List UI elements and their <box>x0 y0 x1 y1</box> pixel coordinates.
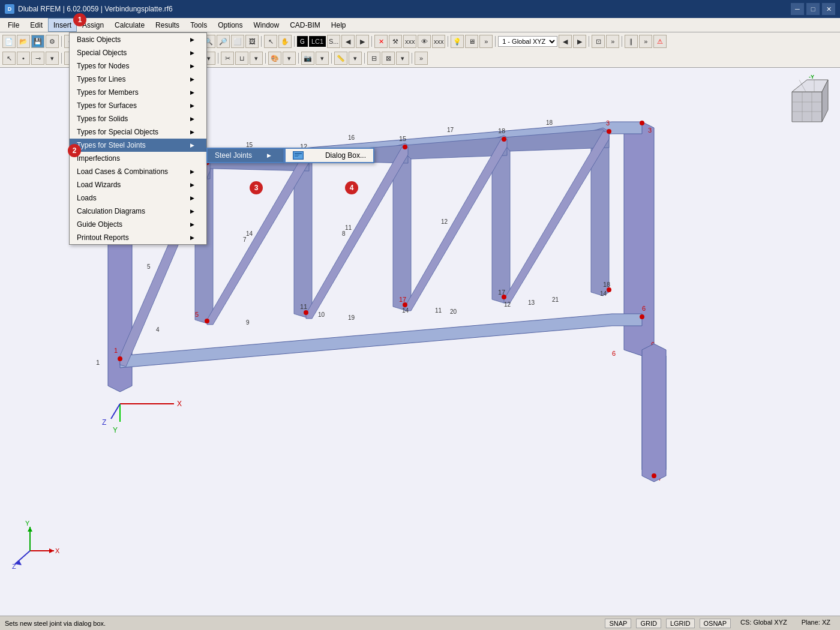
menu-cad-bim[interactable]: CAD-BIM <box>284 18 326 32</box>
minimize-button[interactable]: ─ <box>791 3 804 15</box>
tb-settings[interactable]: ⚙ <box>46 35 59 48</box>
tb-display[interactable]: 🖥 <box>465 35 478 48</box>
svg-text:-Y: -Y <box>809 74 814 80</box>
tb-zoom-out[interactable]: 🔎 <box>217 35 230 48</box>
tb-delete[interactable]: ✕ <box>374 35 388 48</box>
svg-point-42 <box>205 319 209 323</box>
menu-basic-objects[interactable]: Basic Objects▶ <box>70 33 206 46</box>
svg-text:15: 15 <box>399 135 406 142</box>
menu-load-wizards[interactable]: Load Wizards▶ <box>70 178 206 191</box>
tb2-more5[interactable]: ▾ <box>250 52 263 65</box>
status-right: SNAP GRID LGRID OSNAP CS: Global XYZ Pla… <box>605 619 835 628</box>
menu-help[interactable]: Help <box>326 18 352 32</box>
tb-more1[interactable]: » <box>479 35 493 48</box>
menu-special-objects[interactable]: Special Objects▶ <box>70 46 206 59</box>
svg-text:Z: Z <box>102 418 106 427</box>
tb-more2[interactable]: » <box>606 35 619 48</box>
tb-cs-next[interactable]: ▶ <box>573 35 586 48</box>
tb2-more9[interactable]: ▾ <box>396 52 409 65</box>
menu-types-nodes[interactable]: Types for Nodes▶ <box>70 59 206 73</box>
tb-icon2[interactable]: xxx <box>403 35 416 48</box>
svg-point-47 <box>640 314 644 319</box>
tb2-more[interactable]: ▾ <box>46 52 59 65</box>
tb-open[interactable]: 📂 <box>17 35 30 48</box>
status-message: Sets new steel joint via dialog box. <box>5 620 106 627</box>
tb-icon1[interactable]: ⚒ <box>389 35 402 48</box>
menu-calc-diagrams[interactable]: Calculation Diagrams▶ <box>70 205 206 218</box>
tb-lc-s[interactable]: S... <box>327 35 340 48</box>
tb2-more8[interactable]: ▾ <box>349 52 362 65</box>
svg-rect-1 <box>295 153 302 154</box>
menu-types-solids[interactable]: Types for Solids▶ <box>70 112 206 125</box>
tb2-more6[interactable]: ▾ <box>283 52 296 65</box>
menu-edit[interactable]: Edit <box>25 18 48 32</box>
tb2-section[interactable]: ⊟ <box>367 52 380 65</box>
tb2-camera[interactable]: 📷 <box>301 52 314 65</box>
title-bar-controls[interactable]: ─ □ ✕ <box>791 3 835 15</box>
svg-text:17: 17 <box>447 127 454 133</box>
menu-loads[interactable]: Loads▶ <box>70 191 206 205</box>
tb-mirror[interactable]: ∥ <box>625 35 638 48</box>
tb-select[interactable]: ↖ <box>264 35 277 48</box>
tb-icon4[interactable]: xxx <box>432 35 445 48</box>
maximize-button[interactable]: □ <box>806 3 820 15</box>
tb-lc-prev[interactable]: ◀ <box>341 35 355 48</box>
menu-calculate[interactable]: Calculate <box>109 18 150 32</box>
dialog-box-submenu: Dialog Box... <box>284 148 374 163</box>
menu-dialog-box[interactable]: Dialog Box... <box>286 149 373 162</box>
tb-render[interactable]: 🖼 <box>245 35 259 48</box>
coord-system-select[interactable]: 1 - Global XYZ <box>498 36 557 47</box>
menu-types-surfaces[interactable]: Types for Surfaces▶ <box>70 99 206 112</box>
tb2-measure[interactable]: 📏 <box>334 52 347 65</box>
status-plane: Plane: XZ <box>797 619 835 628</box>
svg-text:9: 9 <box>246 319 250 326</box>
tb-pan[interactable]: ✋ <box>278 35 292 48</box>
axis-indicator: X Y Z <box>12 521 60 571</box>
tb2-arrow[interactable]: ↖ <box>2 52 16 65</box>
menu-printout[interactable]: Printout Reports▶ <box>70 231 206 244</box>
svg-text:14: 14 <box>402 307 409 314</box>
tb2-cut[interactable]: ⊠ <box>382 52 395 65</box>
menu-load-cases[interactable]: Load Cases & Combinations▶ <box>70 165 206 178</box>
tb-save[interactable]: 💾 <box>31 35 44 48</box>
menu-types-lines[interactable]: Types for Lines▶ <box>70 73 206 86</box>
close-button[interactable]: ✕ <box>822 3 835 15</box>
svg-point-44 <box>403 302 407 307</box>
svg-point-39 <box>607 129 611 134</box>
svg-text:14: 14 <box>600 290 607 297</box>
tb2-divide[interactable]: ✂ <box>221 52 234 65</box>
menu-tools[interactable]: Tools <box>185 18 212 32</box>
menu-file[interactable]: File <box>2 18 25 32</box>
menu-types-special[interactable]: Types for Special Objects▶ <box>70 125 206 139</box>
menu-imperfections[interactable]: Imperfections <box>70 152 206 165</box>
tb-lc-next[interactable]: ▶ <box>356 35 369 48</box>
tb-new[interactable]: 📄 <box>2 35 16 48</box>
tb-icon3[interactable]: 👁 <box>418 35 431 48</box>
menu-options[interactable]: Options <box>212 18 248 32</box>
cube-widget[interactable]: -Y <box>780 74 834 130</box>
menu-insert[interactable]: Insert <box>48 18 77 32</box>
svg-text:Z: Z <box>12 563 16 569</box>
tb-zoom-win[interactable]: ⬜ <box>231 35 244 48</box>
tb-more3[interactable]: » <box>639 35 652 48</box>
tb2-more7[interactable]: ▾ <box>316 52 329 65</box>
tb-zoom-fit[interactable]: ⊡ <box>592 35 605 48</box>
menu-guide-objects[interactable]: Guide Objects▶ <box>70 218 206 231</box>
menu-types-steel-joints[interactable]: Types for Steel Joints▶ <box>70 139 206 152</box>
tb2-render2[interactable]: 🎨 <box>268 52 281 65</box>
tb2-node[interactable]: • <box>17 52 30 65</box>
tb2-line[interactable]: ⊸ <box>31 52 44 65</box>
svg-point-43 <box>304 310 308 315</box>
svg-text:19: 19 <box>348 314 355 321</box>
tb-cs-prev[interactable]: ◀ <box>559 35 572 48</box>
tb2-connect[interactable]: ⊔ <box>235 52 248 65</box>
svg-text:Y: Y <box>25 521 30 527</box>
menu-steel-joints-item[interactable]: Steel Joints▶ <box>208 149 283 162</box>
menu-types-members[interactable]: Types for Members▶ <box>70 86 206 99</box>
menu-results[interactable]: Results <box>150 18 185 32</box>
tb-light[interactable]: 💡 <box>451 35 464 48</box>
tb-warning[interactable]: ⚠ <box>653 35 667 48</box>
menu-window[interactable]: Window <box>248 18 285 32</box>
tb-lc-g: G <box>297 36 308 47</box>
tb2-more10[interactable]: » <box>415 52 428 65</box>
